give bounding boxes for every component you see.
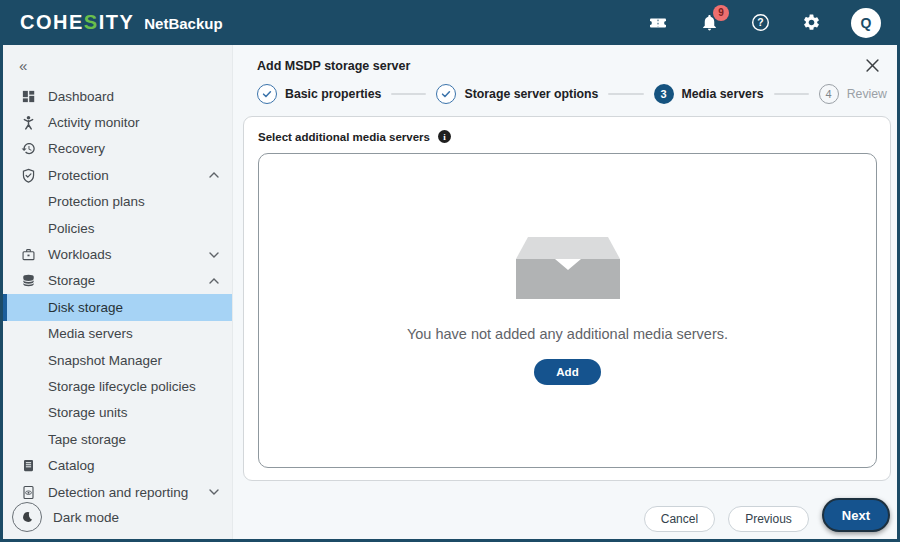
sidebar-item-label: Protection plans [48,194,145,209]
step-connector [608,93,643,95]
detection-report-eye-icon [20,484,36,500]
topbar-actions: 9 ? Q [647,8,881,38]
sidebar-item-label: Media servers [48,326,133,341]
sidebar-item-dashboard[interactable]: Dashboard [3,83,232,109]
sidebar-item-disk-storage[interactable]: Disk storage [3,294,232,320]
sidebar-item-protection-plans[interactable]: Protection plans [3,189,232,215]
workloads-briefcase-icon [20,247,36,263]
cohesity-logo-text: COHESITY [20,11,134,34]
notifications-bell-icon[interactable]: 9 [698,12,720,34]
sidebar-item-label: Activity monitor [48,115,140,130]
step-label: Storage server options [464,87,598,101]
step-number: 4 [819,84,839,104]
moon-icon [12,502,42,532]
activity-monitor-icon [20,115,36,131]
sidebar-item-label: Workloads [48,247,112,262]
catalog-book-icon [20,458,36,474]
sidebar-item-label: Catalog [48,458,95,473]
step-check-icon [257,84,277,104]
step-storage-server-options[interactable]: Storage server options [436,84,598,104]
sidebar-item-label: Dashboard [48,89,114,104]
step-basic-properties[interactable]: Basic properties [257,84,381,104]
svg-text:?: ? [757,17,763,28]
user-avatar[interactable]: Q [851,8,881,38]
sidebar-collapse-button[interactable]: « [3,53,232,77]
cancel-button[interactable]: Cancel [644,506,715,532]
storage-database-icon [20,273,36,289]
product-name: NetBackup [144,15,222,32]
info-icon[interactable]: i [438,130,451,143]
sidebar-item-label: Detection and reporting [48,485,188,500]
sidebar-item-policies[interactable]: Policies [3,215,232,241]
sidebar-navigation: « Dashboard Activity monitor [3,45,233,539]
sidebar-item-label: Tape storage [48,432,126,447]
media-servers-card: Select additional media servers i You ha… [243,116,891,481]
sidebar-item-label: Snapshot Manager [48,353,162,368]
app-window: COHESITY NetBackup 9 [0,0,900,542]
sidebar-item-label: Policies [48,221,95,236]
step-media-servers[interactable]: 3 Media servers [654,84,764,104]
step-connector [391,93,426,95]
media-servers-empty-list: You have not added any additional media … [258,153,877,468]
sidebar-item-label: Storage [48,273,95,288]
sidebar-item-snapshot-manager[interactable]: Snapshot Manager [3,347,232,373]
sidebar-item-catalog[interactable]: Catalog [3,452,232,478]
settings-gear-icon[interactable] [800,12,822,34]
step-connector [774,93,809,95]
sidebar-item-activity-monitor[interactable]: Activity monitor [3,109,232,135]
sidebar-item-label: Disk storage [48,300,123,315]
sidebar-item-label: Recovery [48,141,105,156]
previous-button[interactable]: Previous [728,506,809,532]
sidebar-item-label: Protection [48,168,109,183]
protection-shield-icon [20,167,36,183]
section-title: Select additional media servers [258,131,430,143]
step-check-icon [436,84,456,104]
dashboard-icon [20,88,36,104]
recovery-history-icon [20,141,36,157]
help-icon[interactable]: ? [749,12,771,34]
sidebar-item-recovery[interactable]: Recovery [3,136,232,162]
empty-inbox-icon [516,237,620,299]
chevron-down-icon [209,252,219,258]
dark-mode-toggle[interactable]: Dark mode [12,502,119,532]
sidebar-item-tape-storage[interactable]: Tape storage [3,426,232,452]
brand-logo: COHESITY NetBackup [20,11,223,34]
sidebar-item-label: Storage lifecycle policies [48,379,196,394]
chevron-up-icon [209,172,219,178]
sidebar-item-label: Storage units [48,405,128,420]
dark-mode-label: Dark mode [53,510,119,525]
step-number: 3 [654,84,674,104]
empty-state-text: You have not added any additional media … [407,326,728,342]
chevron-up-icon [209,278,219,284]
sidebar-item-protection[interactable]: Protection [3,162,232,188]
step-review[interactable]: 4 Review [819,84,887,104]
wizard-titlebar: Add MSDP storage server [233,45,897,78]
wizard-footer: Cancel Previous Next [233,481,897,539]
step-label: Review [847,87,887,101]
step-label: Media servers [682,87,764,101]
sidebar-item-storage-lifecycle-policies[interactable]: Storage lifecycle policies [3,373,232,399]
step-label: Basic properties [285,87,381,101]
sidebar-item-media-servers[interactable]: Media servers [3,321,232,347]
sidebar-item-workloads[interactable]: Workloads [3,241,232,267]
top-navigation-bar: COHESITY NetBackup 9 [3,0,897,45]
wizard-title: Add MSDP storage server [257,59,410,73]
ticket-icon[interactable] [647,12,669,34]
add-button[interactable]: Add [534,359,600,385]
wizard-panel: Add MSDP storage server Basic properties [233,45,897,539]
wizard-stepper: Basic properties Storage server options … [233,78,897,112]
close-icon[interactable] [864,57,881,74]
sidebar-item-storage-units[interactable]: Storage units [3,400,232,426]
sidebar-item-storage[interactable]: Storage [3,268,232,294]
next-button[interactable]: Next [822,498,890,532]
chevron-down-icon [209,489,219,495]
notification-count-badge: 9 [713,5,729,21]
